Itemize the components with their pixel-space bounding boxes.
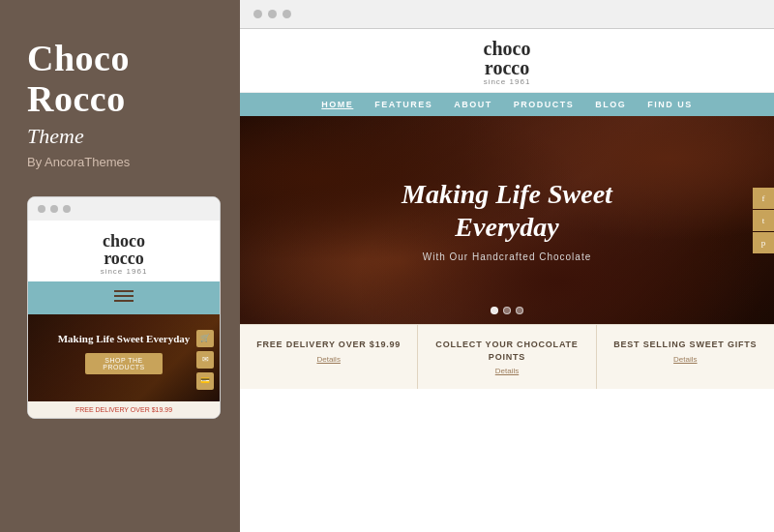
hero-dots xyxy=(491,307,523,314)
hero-wrapper: Making Life Sweet Everyday With Our Hand… xyxy=(240,116,774,324)
browser-dot-2 xyxy=(268,10,277,18)
site-header: choco rocco since 1961 xyxy=(240,29,774,93)
browser-dot-1 xyxy=(253,10,262,18)
pinterest-button[interactable]: p xyxy=(753,232,774,253)
mobile-hero: Making Life Sweet Everyday SHOP THE PROD… xyxy=(28,314,220,401)
mail-icon[interactable]: ✉ xyxy=(196,351,214,369)
brand-title-line1: Choco xyxy=(27,39,213,79)
sidebar: Choco Rocco Theme By AncoraThemes choco … xyxy=(0,0,240,532)
theme-label: Theme xyxy=(27,124,213,149)
dot-2 xyxy=(50,205,58,213)
brand-title-line2: Rocco xyxy=(27,79,213,120)
mobile-footer: FREE DELIVERY OVER $19.99 xyxy=(28,401,220,418)
site-hero: Making Life Sweet Everyday With Our Hand… xyxy=(240,116,774,324)
hero-dot-2[interactable] xyxy=(503,307,511,314)
author-label: By AncoraThemes xyxy=(27,155,213,169)
feature-delivery-title: FREE DELIVERY OVER $19.99 xyxy=(250,339,407,351)
features-strip: FREE DELIVERY OVER $19.99 Details COLLEC… xyxy=(240,324,774,389)
nav-home[interactable]: HOME xyxy=(321,100,353,109)
sidebar-title: Choco Rocco xyxy=(27,39,213,120)
mobile-hero-title: Making Life Sweet Everyday xyxy=(40,332,208,345)
card-icon[interactable]: 💳 xyxy=(196,372,214,390)
feature-delivery-details[interactable]: Details xyxy=(250,355,407,364)
mobile-logo-line2: rocco xyxy=(28,250,220,267)
mobile-logo-area: choco rocco since 1961 xyxy=(28,221,220,281)
feature-points-title: COLLECT YOUR CHOCOLATE POINTS xyxy=(428,339,585,363)
nav-blog[interactable]: BLOG xyxy=(595,100,626,109)
dot-3 xyxy=(63,205,71,213)
nav-products[interactable]: PRODUCTS xyxy=(514,100,575,109)
browser-dot-3 xyxy=(283,10,291,18)
feature-gifts-details[interactable]: Details xyxy=(607,355,764,364)
feature-points-details[interactable]: Details xyxy=(428,367,585,375)
browser-chrome xyxy=(240,0,774,29)
mobile-shop-button[interactable]: SHOP THE PRODUCTS xyxy=(85,353,163,374)
mobile-action-icons: 🛒 ✉ 💳 xyxy=(196,330,214,390)
mobile-nav-bar xyxy=(28,281,220,314)
hero-subtitle: With Our Handcrafted Chocolate xyxy=(423,251,592,262)
feature-gifts: BEST SELLING SWEET GIFTS Details xyxy=(597,325,774,389)
mobile-titlebar xyxy=(28,197,220,221)
dot-1 xyxy=(38,205,45,213)
nav-find-us[interactable]: FIND US xyxy=(647,100,693,109)
nav-about[interactable]: ABOUT xyxy=(454,100,492,109)
mobile-footer-price: $19.99 xyxy=(152,406,172,413)
feature-delivery: FREE DELIVERY OVER $19.99 Details xyxy=(240,325,418,389)
mobile-preview: choco rocco since 1961 Making Life Sweet… xyxy=(27,196,221,419)
hero-title: Making Life Sweet Everyday xyxy=(402,178,612,243)
site-nav: HOME FEATURES ABOUT PRODUCTS BLOG FIND U… xyxy=(240,93,774,116)
hamburger-icon[interactable] xyxy=(114,287,134,305)
mobile-logo-since: since 1961 xyxy=(28,267,220,276)
browser-area: choco rocco since 1961 HOME FEATURES ABO… xyxy=(240,0,774,532)
feature-points: COLLECT YOUR CHOCOLATE POINTS Details xyxy=(418,325,596,389)
site-logo-since: since 1961 xyxy=(240,77,774,86)
nav-features[interactable]: FEATURES xyxy=(374,100,432,109)
browser-content: choco rocco since 1961 HOME FEATURES ABO… xyxy=(240,29,774,532)
mobile-footer-text: FREE DELIVERY OVER xyxy=(75,406,150,413)
twitter-button[interactable]: t xyxy=(753,210,774,231)
site-logo-line1: choco xyxy=(240,39,774,58)
mobile-logo-line1: choco xyxy=(28,232,220,250)
side-buttons: f t p xyxy=(753,188,774,253)
feature-gifts-title: BEST SELLING SWEET GIFTS xyxy=(607,339,764,351)
site-logo-line2: rocco xyxy=(240,58,774,77)
facebook-button[interactable]: f xyxy=(753,188,774,209)
hero-dot-3[interactable] xyxy=(516,307,523,314)
hero-dot-1[interactable] xyxy=(491,307,498,314)
cart-icon[interactable]: 🛒 xyxy=(196,330,214,347)
